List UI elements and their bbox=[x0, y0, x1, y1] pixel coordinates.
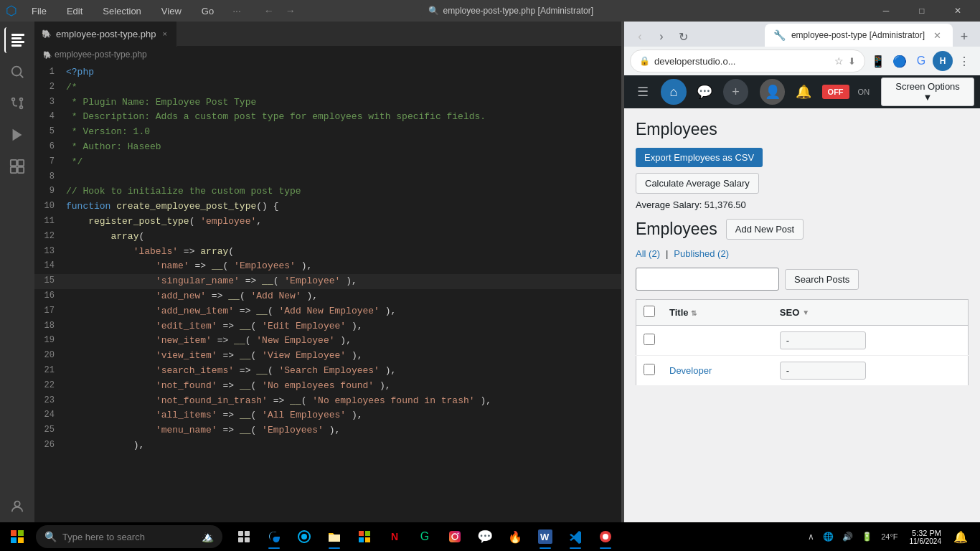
svg-point-15 bbox=[14, 501, 19, 507]
activity-run-icon[interactable] bbox=[4, 122, 30, 148]
browser-tab-close-icon[interactable]: ✕ bbox=[930, 29, 944, 42]
ext-user-icon[interactable]: H bbox=[933, 51, 953, 71]
tray-sound-icon[interactable]: 🔊 bbox=[839, 530, 856, 543]
taskbar-icon-8[interactable]: 🔥 bbox=[501, 523, 529, 550]
menu-selection[interactable]: Selection bbox=[97, 3, 146, 19]
wp-hamburger-icon[interactable]: ☰ bbox=[630, 79, 655, 105]
menu-edit[interactable]: Edit bbox=[61, 3, 88, 19]
export-csv-btn[interactable]: Export Employees as CSV bbox=[636, 148, 763, 167]
browser-tab-active[interactable]: 🔧 employee-post-type [Administrator] ✕ bbox=[765, 24, 953, 47]
notification-center-btn[interactable]: 🔔 bbox=[950, 523, 971, 550]
more-menu-icon[interactable]: ··· bbox=[228, 4, 245, 18]
taskbar-whatsapp-icon[interactable]: 💬 bbox=[471, 523, 499, 550]
taskbar-explorer-icon[interactable] bbox=[320, 523, 349, 550]
developer-link[interactable]: Developer bbox=[669, 365, 712, 376]
resize-handle[interactable] bbox=[621, 22, 623, 551]
taskbar-recording-icon[interactable] bbox=[591, 523, 620, 550]
table-row: - Good OK Bad bbox=[636, 326, 969, 356]
add-new-post-btn[interactable]: Add New Post bbox=[726, 219, 804, 240]
code-line: 2 /* bbox=[34, 80, 621, 95]
svg-point-4 bbox=[12, 67, 22, 76]
wp-notification-bell-icon[interactable]: 🔔 bbox=[791, 79, 816, 105]
filter-all-label: All bbox=[636, 248, 646, 259]
seo-select-2[interactable]: - Good OK Bad bbox=[780, 362, 866, 380]
wp-toggle-label: ON bbox=[858, 88, 870, 96]
wp-home-icon[interactable]: ⌂ bbox=[661, 79, 686, 105]
taskbar-store-icon[interactable] bbox=[350, 523, 379, 550]
filter-published-link[interactable]: Published (2) bbox=[674, 248, 729, 259]
download-icon[interactable]: ⬇ bbox=[848, 56, 856, 67]
filter-all-link[interactable]: All (2) bbox=[636, 248, 660, 259]
taskbar-cortana-icon[interactable] bbox=[290, 523, 319, 550]
menu-view[interactable]: View bbox=[156, 3, 187, 19]
taskbar-search-bar[interactable]: 🔍 Type here to search 🏔️ bbox=[36, 525, 222, 548]
browser-back-btn[interactable]: ‹ bbox=[630, 27, 650, 47]
title-sort-icon[interactable]: ⇅ bbox=[691, 309, 697, 317]
activity-source-control-icon[interactable] bbox=[4, 90, 30, 116]
minimize-btn[interactable]: ─ bbox=[870, 0, 903, 22]
address-bar[interactable]: 🔒 developerstudio.o... ☆ ⬇ bbox=[630, 50, 865, 72]
code-line: 10 function create_employee_post_type() … bbox=[34, 199, 621, 215]
browser-menu-btn[interactable]: ⋮ bbox=[954, 51, 974, 71]
svg-rect-19 bbox=[11, 537, 17, 543]
vscode-search-bar[interactable]: 🔍 employee-post-type.php [Administrator] bbox=[421, 4, 636, 18]
editor-tab[interactable]: 🐘 employee-post-type.php × bbox=[34, 22, 177, 47]
svg-rect-21 bbox=[238, 531, 243, 536]
search-posts-btn[interactable]: Search Posts bbox=[785, 269, 859, 290]
table-cell-title bbox=[662, 326, 773, 356]
forward-btn[interactable]: → bbox=[281, 4, 300, 18]
svg-rect-24 bbox=[245, 537, 250, 542]
row-checkbox[interactable] bbox=[644, 334, 655, 345]
svg-rect-30 bbox=[365, 537, 370, 542]
taskbar-search-placeholder: Type here to search bbox=[62, 532, 145, 542]
tray-battery-icon[interactable]: 🔋 bbox=[859, 530, 875, 543]
seo-select[interactable]: - Good OK Bad bbox=[780, 331, 866, 349]
menu-go[interactable]: Go bbox=[196, 3, 220, 19]
taskbar-icon-6[interactable]: G bbox=[410, 523, 439, 550]
tab-close-icon[interactable]: × bbox=[160, 29, 169, 39]
activity-explorer-icon[interactable] bbox=[4, 27, 30, 53]
menu-file[interactable]: File bbox=[26, 3, 52, 19]
screen-options-btn[interactable]: Screen Options ▼ bbox=[881, 77, 974, 106]
activity-extensions-icon[interactable] bbox=[4, 154, 30, 179]
taskbar-clock[interactable]: 5:32 PM 11/6/2024 bbox=[904, 529, 948, 545]
svg-rect-1 bbox=[11, 37, 22, 39]
seo-col-header: SEO ▼ bbox=[780, 307, 961, 318]
tray-network-icon[interactable]: 🌐 bbox=[820, 530, 837, 543]
maximize-btn[interactable]: □ bbox=[905, 0, 938, 22]
search-posts-input[interactable] bbox=[636, 268, 779, 291]
start-button[interactable] bbox=[3, 523, 32, 550]
svg-rect-11 bbox=[11, 160, 17, 166]
select-all-checkbox[interactable] bbox=[644, 306, 655, 317]
wp-toggle-btn[interactable]: OFF bbox=[822, 85, 849, 99]
close-btn[interactable]: ✕ bbox=[941, 0, 974, 22]
activity-account-icon[interactable] bbox=[4, 494, 30, 519]
back-btn[interactable]: ← bbox=[260, 4, 278, 18]
tray-up-arrow-icon[interactable]: ∧ bbox=[805, 530, 817, 543]
wp-user-avatar[interactable]: 👤 bbox=[760, 79, 785, 105]
taskbar-edge-icon[interactable] bbox=[260, 523, 288, 550]
code-editor[interactable]: 1 <?php 2 /* 3 * Plugin Name: Employee P… bbox=[34, 62, 621, 535]
ext-whatsapp-icon[interactable]: 📱 bbox=[868, 51, 888, 71]
code-line: 16 'add_new' => __( 'Add New' ), bbox=[34, 289, 621, 304]
taskbar-instagram-icon[interactable] bbox=[440, 523, 469, 550]
activity-search-icon[interactable] bbox=[4, 59, 30, 85]
wp-add-icon[interactable]: + bbox=[723, 79, 748, 105]
browser-refresh-btn[interactable]: ↻ bbox=[673, 27, 693, 47]
new-tab-btn[interactable]: + bbox=[954, 27, 974, 47]
section-title: Employees bbox=[636, 220, 717, 239]
svg-rect-23 bbox=[238, 537, 243, 542]
calc-avg-salary-btn[interactable]: Calculate Average Salary bbox=[636, 173, 759, 194]
vscode-search-text: employee-post-type.php [Administrator] bbox=[443, 6, 593, 16]
ext-google-icon[interactable]: G bbox=[911, 51, 931, 71]
taskbar-netflix-icon[interactable]: N bbox=[380, 523, 409, 550]
taskbar-task-view-btn[interactable] bbox=[230, 523, 258, 550]
wp-comments-icon[interactable]: 💬 bbox=[692, 79, 717, 105]
bookmark-icon[interactable]: ☆ bbox=[834, 55, 844, 67]
taskbar-vscode-icon[interactable] bbox=[561, 523, 590, 550]
row-checkbox-2[interactable] bbox=[644, 364, 655, 375]
ext-extension-icon[interactable]: 🔵 bbox=[890, 51, 910, 71]
browser-forward-btn[interactable]: › bbox=[651, 27, 672, 47]
svg-rect-20 bbox=[18, 537, 24, 543]
taskbar-word-icon[interactable]: W bbox=[531, 523, 560, 550]
